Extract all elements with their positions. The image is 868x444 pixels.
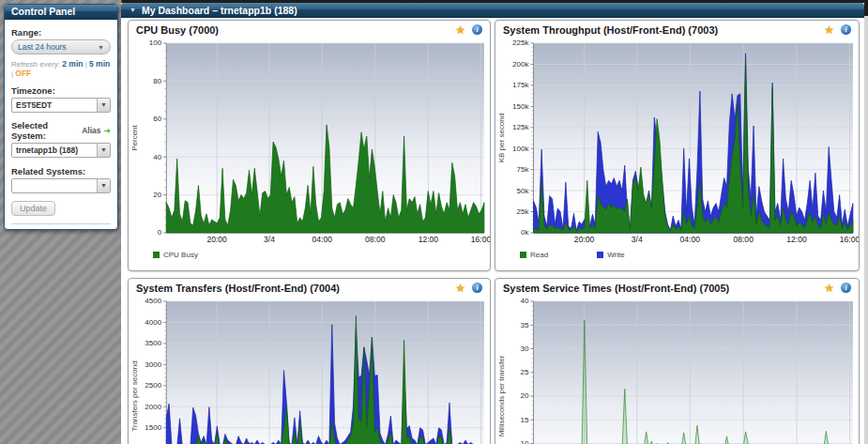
- legend-swatch: [520, 252, 526, 258]
- divider: [11, 223, 111, 224]
- chevron-down-icon: ▼: [97, 144, 110, 157]
- legend-label: Write: [607, 251, 625, 259]
- info-icon[interactable]: [841, 283, 851, 293]
- svg-text:100k: 100k: [512, 145, 530, 153]
- other-tasks-label: Other Tasks:: [11, 229, 111, 230]
- right-edge-strip: [864, 0, 868, 444]
- chart-legend: CPU Busy: [129, 247, 490, 262]
- dashboard-title: My Dashboard – trnetapp1b (188): [142, 5, 297, 16]
- refresh-2min-link[interactable]: 2 min: [62, 59, 83, 69]
- svg-text:4000: 4000: [145, 318, 161, 327]
- svg-text:10: 10: [520, 439, 529, 444]
- update-button[interactable]: Update: [11, 201, 55, 216]
- dashboard-area: ▼ My Dashboard – trnetapp1b (188) CPU Bu…: [121, 3, 864, 444]
- svg-text:20: 20: [520, 392, 529, 401]
- related-systems-value: [12, 179, 97, 192]
- svg-text:35: 35: [520, 321, 529, 329]
- system-transfers-chart: 05001000150020002500300035004000450020:0…: [129, 297, 490, 444]
- system-transfers-panel: System Transfers (Host/Front-End) (7004)…: [128, 278, 491, 444]
- chevron-down-icon: ▼: [97, 179, 110, 192]
- favorite-star-icon[interactable]: ★: [455, 282, 465, 295]
- panel-title: CPU Busy (7000): [136, 24, 455, 36]
- refresh-row: Refresh every: 2 min | 5 min | OFF: [11, 59, 111, 78]
- control-panel-header: Control Panel: [5, 5, 117, 20]
- svg-text:20:00: 20:00: [574, 235, 595, 244]
- panel-title: System Transfers (Host/Front-End) (7004): [136, 283, 455, 294]
- range-value: Last 24 hours: [18, 42, 67, 52]
- info-icon[interactable]: [472, 283, 482, 293]
- svg-text:30: 30: [520, 344, 529, 353]
- collapse-caret-icon[interactable]: ▼: [129, 7, 136, 13]
- svg-text:3/4: 3/4: [632, 235, 643, 244]
- svg-text:04:00: 04:00: [680, 235, 701, 244]
- svg-text:1500: 1500: [145, 423, 161, 432]
- range-label: Range:: [11, 27, 111, 38]
- svg-text:Percent: Percent: [130, 124, 139, 150]
- svg-text:0k: 0k: [521, 229, 530, 237]
- svg-text:200k: 200k: [512, 60, 530, 69]
- svg-text:60: 60: [153, 115, 161, 123]
- svg-text:3000: 3000: [145, 360, 161, 369]
- svg-text:0: 0: [158, 229, 162, 237]
- svg-text:225k: 225k: [512, 39, 530, 48]
- svg-text:04:00: 04:00: [312, 235, 333, 244]
- svg-text:08:00: 08:00: [733, 235, 754, 244]
- svg-text:40: 40: [520, 298, 529, 306]
- selected-system-label: Selected System:: [11, 120, 79, 141]
- svg-text:25k: 25k: [516, 207, 529, 216]
- refresh-off-link[interactable]: OFF: [15, 69, 31, 78]
- charts-grid: CPU Busy (7000) ★ 02040608010020:003/404…: [121, 18, 864, 444]
- system-throughput-chart: 0k25k50k75k100k125k150k175k200k225k20:00…: [495, 38, 859, 247]
- svg-text:40: 40: [153, 153, 161, 161]
- related-systems-label: Related Systems:: [11, 166, 111, 176]
- cpu-busy-panel: CPU Busy (7000) ★ 02040608010020:003/404…: [128, 20, 491, 271]
- svg-text:175k: 175k: [512, 81, 530, 89]
- svg-text:12:00: 12:00: [419, 235, 439, 244]
- legend-cpu-busy: CPU Busy: [153, 251, 198, 259]
- legend-label: Read: [530, 251, 548, 259]
- svg-text:15: 15: [520, 416, 529, 424]
- refresh-label: Refresh every:: [11, 60, 60, 69]
- favorite-star-icon[interactable]: ★: [455, 23, 465, 37]
- system-throughput-panel: System Throughput (Host/Front-End) (7003…: [495, 20, 860, 271]
- panel-title: System Throughput (Host/Front-End) (7003…: [503, 24, 824, 36]
- svg-text:125k: 125k: [512, 123, 530, 131]
- chevron-down-icon: ▼: [97, 99, 110, 112]
- legend-write: Write: [597, 251, 625, 259]
- system-service-times-chart: 051015202530354020:003/404:0008:0012:001…: [495, 297, 859, 444]
- svg-text:150k: 150k: [512, 102, 530, 111]
- panel-title: System Service Times (Host/Front-End) (7…: [503, 283, 824, 294]
- svg-text:20:00: 20:00: [206, 235, 227, 244]
- info-icon[interactable]: [472, 24, 482, 35]
- svg-text:25: 25: [520, 368, 529, 376]
- svg-text:Transfers per second: Transfers per second: [130, 360, 139, 431]
- favorite-star-icon[interactable]: ★: [824, 282, 834, 295]
- alias-arrow-icon[interactable]: ➜: [103, 126, 111, 135]
- system-service-times-panel: System Service Times (Host/Front-End) (7…: [495, 278, 860, 444]
- timezone-label: Timezone:: [11, 85, 111, 96]
- refresh-5min-link[interactable]: 5 min: [89, 59, 110, 69]
- dashboard-header[interactable]: ▼ My Dashboard – trnetapp1b (188): [121, 3, 864, 18]
- timezone-select[interactable]: EST5EDT ▼: [11, 98, 111, 113]
- legend-label: CPU Busy: [163, 251, 198, 259]
- range-dropdown[interactable]: Last 24 hours ▼: [11, 39, 111, 54]
- info-icon[interactable]: [841, 24, 851, 35]
- alias-label: Alias: [82, 126, 100, 135]
- svg-text:KB per second: KB per second: [497, 114, 506, 162]
- related-systems-select[interactable]: ▼: [11, 178, 111, 193]
- legend-swatch: [597, 252, 603, 258]
- application-window: Control Panel Range: Last 24 hours ▼ Ref…: [0, 0, 868, 444]
- svg-text:20: 20: [153, 191, 161, 199]
- svg-text:50k: 50k: [516, 187, 529, 195]
- favorite-star-icon[interactable]: ★: [824, 23, 834, 37]
- selected-system-select[interactable]: trnetapp1b (188) ▼: [11, 143, 111, 158]
- legend-swatch: [153, 252, 160, 258]
- svg-text:08:00: 08:00: [365, 235, 386, 244]
- svg-text:80: 80: [153, 77, 161, 85]
- svg-text:16:00: 16:00: [471, 235, 490, 244]
- svg-text:2000: 2000: [145, 403, 161, 411]
- selected-system-value: trnetapp1b (188): [12, 144, 97, 157]
- chart-legend: ReadWrite: [495, 247, 859, 262]
- chevron-down-icon: ▼: [98, 44, 104, 51]
- svg-text:100: 100: [149, 39, 162, 48]
